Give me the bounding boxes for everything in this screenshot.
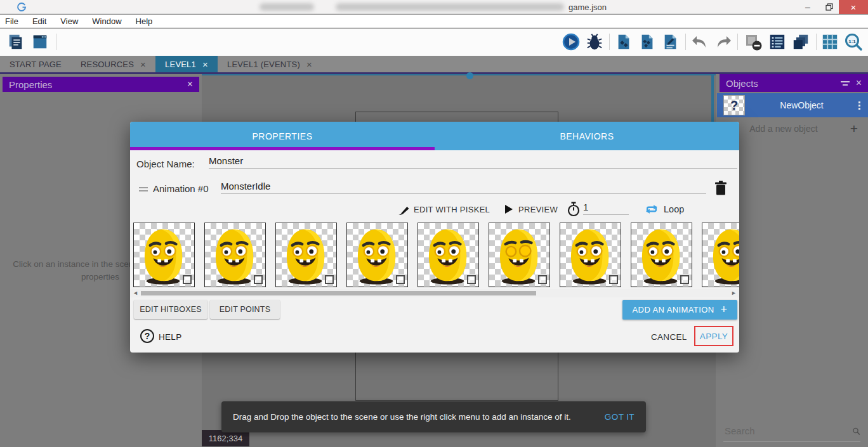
- animation-label: Animation #0: [153, 183, 209, 194]
- loop-toggle[interactable]: [645, 203, 659, 218]
- close-button[interactable]: ×: [839, 0, 868, 14]
- tab-level1[interactable]: LEVEL1 ×: [155, 56, 218, 72]
- close-icon[interactable]: ×: [856, 78, 862, 88]
- plus-icon[interactable]: +: [850, 121, 858, 136]
- frames-scrollbar[interactable]: ◄ ►: [130, 289, 739, 297]
- tab-resources[interactable]: RESOURCES ×: [71, 56, 155, 72]
- preview-button[interactable]: PREVIEW: [518, 205, 558, 214]
- animation-frame[interactable]: [702, 223, 739, 287]
- tab-start-page[interactable]: START PAGE: [0, 56, 71, 72]
- tab-label: LEVEL1: [165, 60, 196, 69]
- animation-frame[interactable]: [275, 223, 337, 287]
- edit-hitboxes-button[interactable]: EDIT HITBOXES: [134, 300, 207, 319]
- frame-checkbox[interactable]: [254, 275, 263, 284]
- edit-with-piskel-button[interactable]: EDIT WITH PISKEL: [414, 205, 490, 214]
- object-list-item[interactable]: ? NewObject: [717, 93, 868, 117]
- scrollbar-thumb[interactable]: [141, 291, 536, 295]
- redo-icon[interactable]: [714, 32, 733, 51]
- button-label: EDIT HITBOXES: [140, 305, 202, 314]
- frame-checkbox[interactable]: [680, 275, 689, 284]
- delete-animation-icon[interactable]: [714, 180, 728, 196]
- animation-frame[interactable]: [204, 223, 266, 287]
- scroll-right-icon[interactable]: ►: [731, 290, 737, 296]
- properties-panel-title: Properties: [9, 79, 181, 90]
- edit-points-button[interactable]: EDIT POINTS: [210, 300, 280, 319]
- objects-panel-title: Objects: [726, 78, 834, 89]
- tab-close-icon[interactable]: ×: [140, 60, 146, 69]
- grid-icon[interactable]: [820, 32, 839, 51]
- export-file-icon[interactable]: [614, 32, 633, 51]
- frame-checkbox[interactable]: [609, 275, 618, 284]
- frame-checkbox[interactable]: [467, 275, 476, 284]
- titlebar: game.json – ×: [0, 0, 868, 14]
- animation-frame[interactable]: [631, 223, 692, 287]
- frame-checkbox[interactable]: [396, 275, 405, 284]
- frame-checkbox[interactable]: [183, 275, 192, 284]
- scroll-left-icon[interactable]: ◄: [133, 290, 138, 296]
- button-label: EDIT POINTS: [220, 305, 270, 314]
- toolbar-divider: [816, 34, 817, 50]
- publish-file-icon[interactable]: [638, 32, 657, 51]
- frame-checkbox[interactable]: [538, 275, 547, 284]
- menu-edit[interactable]: Edit: [32, 16, 46, 26]
- apply-button[interactable]: APPLY: [700, 332, 728, 341]
- tab-behaviors[interactable]: BEHAVIORS: [435, 122, 739, 150]
- menu-file[interactable]: File: [5, 16, 18, 26]
- brush-icon: [398, 204, 409, 216]
- object-name-input[interactable]: [209, 155, 737, 169]
- instances-list-icon[interactable]: [768, 32, 787, 51]
- add-animation-button[interactable]: ADD AN ANIMATION +: [622, 300, 737, 320]
- zoom-1-1-icon[interactable]: 1:1: [844, 32, 863, 51]
- animation-frame[interactable]: [133, 223, 195, 287]
- debug-icon[interactable]: [585, 32, 604, 51]
- tab-label: START PAGE: [10, 60, 62, 69]
- cancel-button[interactable]: CANCEL: [651, 332, 687, 342]
- project-manager-icon[interactable]: [6, 32, 25, 51]
- help-icon[interactable]: ?: [140, 329, 154, 343]
- tab-close-icon[interactable]: ×: [202, 60, 208, 69]
- restore-icon: [825, 3, 833, 11]
- object-search: [723, 420, 860, 442]
- animation-frame[interactable]: [489, 223, 550, 287]
- filter-icon[interactable]: [841, 81, 850, 86]
- dialog-tabs: PROPERTIES BEHAVIORS: [130, 122, 739, 150]
- tab-level1-events[interactable]: LEVEL1 (EVENTS) ×: [218, 56, 322, 72]
- help-button[interactable]: HELP: [159, 332, 181, 342]
- tab-label: RESOURCES: [81, 60, 134, 69]
- loop-icon: [645, 203, 659, 216]
- add-object-row[interactable]: Add a new object +: [717, 120, 868, 138]
- edit-events-file-icon[interactable]: [661, 32, 680, 51]
- kebab-menu-icon[interactable]: [858, 101, 860, 110]
- editor-tabbar: START PAGE RESOURCES × LEVEL1 × LEVEL1 (…: [0, 56, 868, 74]
- time-between-frames-input[interactable]: [583, 202, 629, 215]
- close-icon[interactable]: ×: [187, 79, 193, 89]
- restore-button[interactable]: [820, 0, 839, 14]
- search-icon[interactable]: [852, 425, 860, 437]
- animation-name-input[interactable]: [221, 181, 706, 194]
- loop-label: Loop: [664, 204, 684, 214]
- toolbar-divider: [685, 34, 686, 50]
- preview-play-icon: [504, 204, 513, 214]
- tab-close-icon[interactable]: ×: [306, 60, 312, 69]
- gdevelop-window: game.json – × File Edit View Window Help: [0, 0, 868, 447]
- animation-frame[interactable]: [418, 223, 479, 287]
- play-icon[interactable]: [562, 32, 581, 51]
- menu-window[interactable]: Window: [92, 16, 121, 26]
- snackbar: Drag and Drop the object to the scene or…: [221, 401, 646, 432]
- animation-frame[interactable]: [346, 223, 408, 287]
- animation-frame[interactable]: [560, 223, 621, 287]
- menu-view[interactable]: View: [60, 16, 78, 26]
- delete-instances-icon[interactable]: [744, 32, 763, 51]
- menu-help[interactable]: Help: [136, 16, 153, 26]
- minimize-button[interactable]: –: [798, 0, 817, 14]
- frame-checkbox[interactable]: [325, 275, 334, 284]
- tab-properties[interactable]: PROPERTIES: [130, 122, 435, 150]
- search-input[interactable]: [723, 425, 852, 437]
- layers-icon[interactable]: [791, 32, 810, 51]
- drag-handle-icon[interactable]: [139, 185, 148, 191]
- got-it-button[interactable]: GOT IT: [605, 412, 635, 422]
- gdevelop-logo-icon: [16, 2, 27, 12]
- selection-handle-dot[interactable]: [466, 72, 473, 79]
- undo-icon[interactable]: [690, 32, 709, 51]
- start-page-window-icon[interactable]: [30, 32, 49, 51]
